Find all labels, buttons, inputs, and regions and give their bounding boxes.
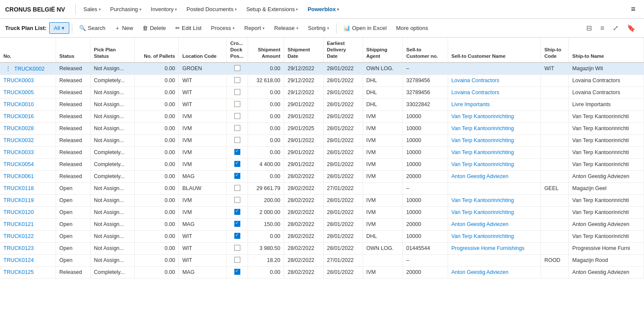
cro-dock-pos-checkbox[interactable] <box>234 149 240 155</box>
cro-dock-pos-checkbox[interactable] <box>234 113 240 119</box>
more-options-button[interactable]: More options <box>392 23 432 33</box>
cell-no-of-pallets: 0.00 <box>134 86 179 98</box>
more-nav-button[interactable]: ≡ <box>627 3 639 15</box>
cell-shipment-date: 29/01/2025 <box>284 122 323 134</box>
nav-item-posted-documents[interactable]: Posted Documents ▾ <box>182 4 241 14</box>
cell-shipping-agent: OWN LOG. <box>363 242 403 254</box>
cell-no: TRUCK0119 <box>0 194 56 206</box>
truck-plan-link[interactable]: TRUCK0003 <box>3 77 34 83</box>
truck-plan-link[interactable]: TRUCK0124 <box>3 257 34 263</box>
customer-name-link[interactable]: Van Terp Kantoorinrichting <box>452 233 514 239</box>
delete-button[interactable]: 🗑 Delete <box>138 23 170 33</box>
sorting-button[interactable]: Sorting ▾ <box>304 23 334 33</box>
customer-name-link[interactable]: Van Terp Kantoorinrichting <box>452 161 514 167</box>
customer-name-link[interactable]: Lovaina Contractors <box>452 77 499 83</box>
cro-dock-pos-checkbox[interactable] <box>234 77 240 83</box>
customer-name-link[interactable]: Lovaina Contractors <box>452 89 499 95</box>
cell-sell-to-customer-name: Anton Geestig Adviezen <box>448 170 541 182</box>
cro-dock-pos-checkbox[interactable] <box>234 89 240 95</box>
cell-ship-to-code <box>541 86 568 98</box>
cell-cro-dock-pos <box>227 134 248 146</box>
cro-dock-pos-checkbox[interactable] <box>234 257 240 263</box>
customer-name-link[interactable]: Van Terp Kantoorinrichting <box>452 125 514 131</box>
cro-dock-pos-checkbox[interactable] <box>234 137 240 143</box>
cro-dock-pos-checkbox[interactable] <box>234 245 240 251</box>
row-menu-button[interactable]: ⋮ <box>3 65 13 72</box>
truck-plan-link[interactable]: TRUCK0005 <box>3 89 34 95</box>
truck-plan-link[interactable]: TRUCK0061 <box>3 173 34 179</box>
nav-item-inventory[interactable]: Inventory ▾ <box>147 4 181 14</box>
customer-name-link[interactable]: Van Terp Kantoorinrichting <box>452 137 514 143</box>
truck-plan-link[interactable]: TRUCK0032 <box>3 137 34 143</box>
nav-item-sales[interactable]: Sales ▾ <box>79 4 105 14</box>
list-view-button[interactable]: ≡ <box>597 22 608 34</box>
cell-no-of-pallets: 0.00 <box>134 182 179 194</box>
cell-location-code: WIT <box>179 230 227 242</box>
nav-item-purchasing[interactable]: Purchasing ▾ <box>106 4 146 14</box>
truck-plan-link[interactable]: TRUCK0028 <box>3 125 34 131</box>
cro-dock-pos-checkbox[interactable] <box>234 233 240 239</box>
truck-plan-link[interactable]: TRUCK0119 <box>3 197 34 203</box>
new-icon: ＋ <box>115 24 120 32</box>
customer-name-link[interactable]: Progressive Home Furnishings <box>452 245 525 251</box>
customer-name-link[interactable]: Livre Importants <box>452 101 490 107</box>
cro-dock-pos-checkbox[interactable] <box>234 161 240 167</box>
customer-name-link[interactable]: Van Terp Kantoorinrichting <box>452 113 514 119</box>
nav-item-setup-extensions[interactable]: Setup & Extensions ▾ <box>242 4 302 14</box>
cro-dock-pos-checkbox[interactable] <box>234 197 240 203</box>
truck-plan-link[interactable]: TRUCK0121 <box>3 221 34 227</box>
cell-pick-plan-status: Not Assign... <box>90 242 134 254</box>
process-button[interactable]: Process ▾ <box>207 23 239 33</box>
truck-plan-link[interactable]: TRUCK0033 <box>3 149 34 155</box>
truck-plan-link[interactable]: TRUCK0120 <box>3 209 34 215</box>
cell-cro-dock-pos <box>227 194 248 206</box>
cell-ship-to-name: Van Terp Kantoorinrichti <box>569 230 644 242</box>
cro-dock-pos-checkbox[interactable] <box>234 221 240 227</box>
truck-plan-link[interactable]: TRUCK0122 <box>3 233 34 239</box>
cell-ship-to-code <box>541 122 568 134</box>
cell-sell-to-customer-no: 01445544 <box>403 242 448 254</box>
col-shipment-date: ShipmentDate <box>284 38 323 62</box>
cell-pick-plan-status: Not Assign... <box>90 134 134 146</box>
cell-ship-to-name: Anton Geestig Adviezen <box>569 170 644 182</box>
open-excel-button[interactable]: 📊 Open in Excel <box>339 23 391 33</box>
report-button[interactable]: Report ▾ <box>240 23 269 33</box>
expand-button[interactable]: ⤢ <box>609 22 622 34</box>
bookmark-button[interactable]: 🔖 <box>623 22 639 34</box>
customer-name-link[interactable]: Van Terp Kantoorinrichting <box>452 209 514 215</box>
truck-plan-link[interactable]: TRUCK0118 <box>3 185 34 191</box>
cell-shipment-amount: 0.00 <box>248 230 284 242</box>
cro-dock-pos-checkbox[interactable] <box>234 209 240 215</box>
cell-shipment-date: 28/02/2022 <box>284 170 323 182</box>
nav-item-powerblox[interactable]: Powerblox ▾ <box>303 4 343 14</box>
truck-plan-link[interactable]: TRUCK0125 <box>3 269 34 275</box>
truck-plan-link[interactable]: TRUCK0010 <box>3 101 34 107</box>
truck-plan-link[interactable]: TRUCK0123 <box>3 245 34 251</box>
filter-all-button[interactable]: All ▾ <box>49 22 69 34</box>
cell-location-code: WIT <box>179 254 227 266</box>
release-button[interactable]: Release ▾ <box>270 23 303 33</box>
filter-icon-button[interactable]: ⊟ <box>583 22 595 34</box>
truck-plan-link[interactable]: TRUCK0054 <box>3 161 34 167</box>
cell-cro-dock-pos <box>227 146 248 158</box>
customer-name-link[interactable]: Anton Geestig Adviezen <box>452 173 508 179</box>
cro-dock-pos-checkbox[interactable] <box>234 269 240 275</box>
cro-dock-pos-checkbox[interactable] <box>234 173 240 179</box>
edit-list-button[interactable]: ✏ Edit List <box>171 23 206 33</box>
truck-plan-link[interactable]: TRUCK0002 <box>14 66 44 72</box>
cell-status: Released <box>56 110 90 122</box>
customer-name-link[interactable]: Anton Geestig Adviezen <box>452 269 508 275</box>
customer-name-link[interactable]: Van Terp Kantoorinrichting <box>452 197 514 203</box>
cell-status: Released <box>56 158 90 170</box>
customer-name-link[interactable]: Anton Geestig Adviezen <box>452 221 508 227</box>
cro-dock-pos-checkbox[interactable] <box>234 65 240 71</box>
new-button[interactable]: ＋ New <box>110 22 137 34</box>
customer-name-link[interactable]: Van Terp Kantoorinrichting <box>452 149 514 155</box>
cro-dock-pos-checkbox[interactable] <box>234 125 240 131</box>
search-button[interactable]: 🔍 Search <box>75 23 109 33</box>
chevron-down-icon: ▾ <box>175 7 177 12</box>
truck-plan-link[interactable]: TRUCK0016 <box>3 113 34 119</box>
cro-dock-pos-checkbox[interactable] <box>234 101 240 107</box>
cell-shipping-agent: IVM <box>363 266 403 278</box>
cro-dock-pos-checkbox[interactable] <box>234 185 240 191</box>
